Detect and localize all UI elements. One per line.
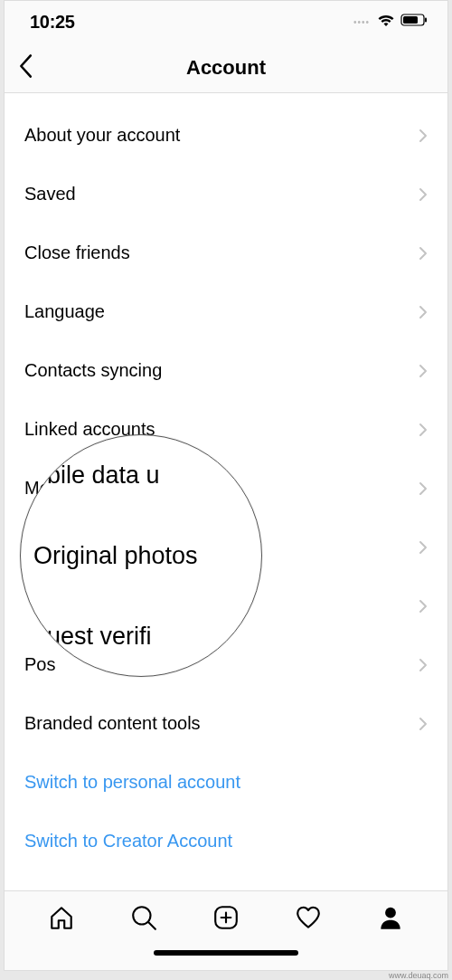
- row-label: Close friends: [24, 243, 130, 263]
- row-about-your-account[interactable]: About your account: [5, 106, 447, 165]
- chevron-right-icon: [419, 305, 428, 319]
- status-right: ••••: [353, 14, 428, 31]
- svg-rect-1: [403, 16, 418, 24]
- search-icon: [130, 904, 157, 931]
- nav-home[interactable]: [47, 903, 76, 932]
- nav-search[interactable]: [129, 903, 158, 932]
- home-icon: [48, 904, 75, 931]
- signal-dots-icon: ••••: [353, 17, 370, 27]
- mag-row-original-photos: Original photos: [20, 516, 262, 596]
- magnifier-overlay: obile data u Original photos quest verif…: [20, 434, 262, 677]
- row-label: Contacts syncing: [24, 360, 162, 381]
- row-label: Language: [24, 301, 105, 322]
- row-language[interactable]: Language: [5, 282, 447, 341]
- svg-point-8: [385, 907, 396, 918]
- status-time: 10:25: [30, 12, 75, 33]
- home-indicator: [154, 950, 298, 956]
- heart-icon: [295, 904, 322, 931]
- wifi-icon: [377, 14, 395, 31]
- nav-activity[interactable]: [294, 903, 323, 932]
- chevron-right-icon: [419, 481, 428, 496]
- chevron-right-icon: [419, 658, 428, 672]
- nav-create[interactable]: [212, 903, 240, 932]
- chevron-right-icon: [419, 364, 428, 378]
- chevron-right-icon: [419, 128, 428, 143]
- watermark: www.deuaq.com: [389, 971, 448, 980]
- status-bar: 10:25 ••••: [5, 1, 447, 43]
- row-label: Branded content tools: [24, 713, 201, 734]
- chevron-right-icon: [419, 540, 428, 555]
- magnifier-content: obile data u Original photos quest verif…: [20, 435, 262, 677]
- link-switch-creator[interactable]: Switch to Creator Account: [5, 812, 447, 871]
- link-switch-personal[interactable]: Switch to personal account: [5, 753, 447, 812]
- row-branded-content-tools[interactable]: Branded content tools: [5, 694, 447, 753]
- page-title: Account: [17, 56, 435, 80]
- svg-rect-2: [425, 18, 427, 23]
- home-indicator-area: [5, 947, 447, 970]
- row-close-friends[interactable]: Close friends: [5, 224, 447, 282]
- row-label: About your account: [24, 125, 180, 146]
- link-label: Switch to Creator Account: [24, 831, 232, 852]
- svg-line-4: [149, 922, 156, 929]
- row-label: Saved: [24, 184, 76, 205]
- nav-profile[interactable]: [376, 903, 405, 932]
- profile-icon: [377, 904, 404, 931]
- link-label: Switch to personal account: [24, 772, 240, 793]
- row-saved[interactable]: Saved: [5, 165, 447, 224]
- chevron-left-icon: [17, 53, 33, 79]
- row-linked-accounts[interactable]: Linked accounts: [5, 400, 447, 459]
- battery-icon: [400, 14, 428, 30]
- chevron-right-icon: [419, 246, 428, 261]
- row-contacts-syncing[interactable]: Contacts syncing: [5, 341, 447, 400]
- nav-header: Account: [5, 43, 447, 93]
- chevron-right-icon: [419, 599, 428, 614]
- plus-square-icon: [212, 904, 240, 931]
- chevron-right-icon: [419, 717, 428, 731]
- chevron-right-icon: [419, 423, 428, 437]
- chevron-right-icon: [419, 187, 428, 202]
- row-label: Pos: [24, 654, 55, 675]
- bottom-nav: [5, 890, 447, 947]
- back-button[interactable]: [17, 53, 33, 82]
